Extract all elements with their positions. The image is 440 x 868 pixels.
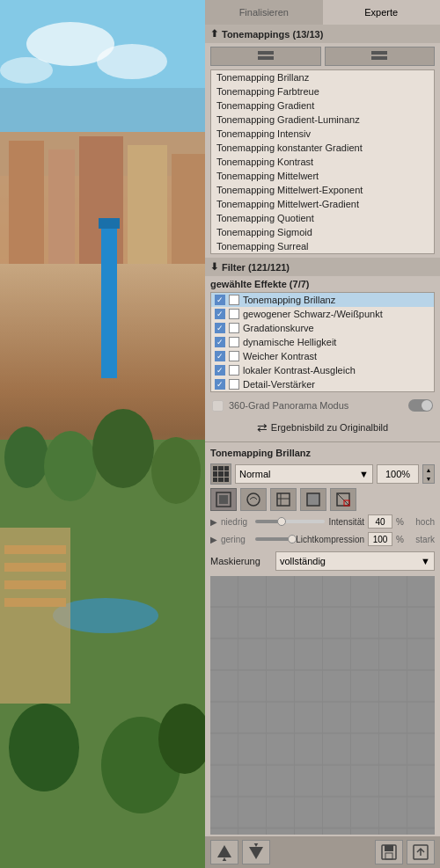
divider: [205, 441, 440, 442]
tm-btn-2[interactable]: [325, 47, 436, 66]
tool-btn-5[interactable]: [330, 488, 356, 511]
svg-marker-44: [217, 845, 231, 857]
effect-item-kontrast[interactable]: ✓ Weicher Kontrast: [211, 349, 434, 363]
tool-row: [205, 486, 440, 513]
blend-percent-spinner[interactable]: ▲ ▼: [422, 464, 435, 484]
effect-checkbox[interactable]: ✓: [215, 323, 225, 333]
effect-square: [229, 365, 239, 376]
tm-btn-1[interactable]: [210, 47, 321, 66]
effect-checkbox[interactable]: ✓: [215, 365, 225, 376]
list-item[interactable]: Tonemapping Intensiv: [211, 127, 434, 141]
filter-header[interactable]: ⬇ Filter (121/121): [205, 258, 440, 276]
tonemapping-list: Tonemapping Brillanz Tonemapping Farbtre…: [210, 69, 435, 254]
ergebnis-button[interactable]: ⇄ Ergebnisbild zu Originalbild: [250, 419, 395, 436]
tonemapping-header[interactable]: ⬆ Tonemappings (13/13): [205, 25, 440, 43]
effect-square: [229, 337, 239, 347]
maskierung-value: vollständig: [280, 556, 326, 566]
intensity-low-label: niedrig: [221, 517, 252, 527]
list-item[interactable]: Tonemapping Surreal: [211, 239, 434, 253]
effect-square: [229, 295, 239, 305]
list-item[interactable]: Tonemapping konstanter Gradient: [211, 141, 434, 155]
effect-item-schwarzweiss[interactable]: ✓ gewogener Schwarz-/Weißpunkt: [211, 307, 434, 321]
effect-item-kontrast-ausgleich[interactable]: ✓ lokaler Kontrast-Ausgleich: [211, 363, 434, 377]
effect-item-gradation[interactable]: ✓ Gradationskurve: [211, 321, 434, 335]
filter-section: ⬇ Filter (121/121): [205, 258, 440, 276]
list-item[interactable]: Tonemapping Quotient: [211, 211, 434, 225]
intensity-slider-knob[interactable]: [277, 517, 286, 526]
svg-rect-49: [385, 845, 393, 851]
effect-checkbox[interactable]: ✓: [215, 309, 225, 319]
intensity-value[interactable]: 40: [368, 514, 392, 529]
bottom-btn-1[interactable]: [210, 840, 238, 864]
lichtkompression-value[interactable]: 100: [368, 532, 392, 546]
list-item[interactable]: Tonemapping Mittelwert: [211, 169, 434, 183]
spin-up-icon[interactable]: ▲: [423, 465, 434, 474]
effects-section: gewählte Effekte (7/7) ✓ Tonemapping Bri…: [205, 276, 440, 396]
blend-percent-input[interactable]: 100%: [377, 464, 419, 484]
maskierung-row: Maskierung vollständig ▼: [205, 548, 440, 574]
effect-checkbox[interactable]: ✓: [215, 337, 225, 347]
list-item[interactable]: Tonemapping Mittelwert-Exponent: [211, 183, 434, 197]
grid-icon[interactable]: [210, 463, 231, 485]
lichtkompression-collapse-icon[interactable]: ▶: [210, 535, 217, 544]
tool-btn-3[interactable]: [270, 488, 297, 511]
svg-point-3: [97, 44, 167, 79]
svg-point-15: [44, 431, 97, 501]
intensity-slider-track[interactable]: [255, 520, 325, 523]
svg-rect-22: [4, 580, 66, 589]
canvas-area[interactable]: [210, 576, 435, 835]
effect-item-detail[interactable]: ✓ Detail-Verstärker: [211, 377, 434, 391]
panorama-row: 360-Grad Panorama Modus: [205, 396, 440, 415]
svg-marker-45: [217, 857, 231, 861]
spin-down-icon[interactable]: ▼: [423, 474, 434, 483]
panorama-label: 360-Grad Panorama Modus: [229, 400, 348, 411]
svg-rect-27: [258, 51, 274, 55]
effect-item-helligkeit[interactable]: ✓ dynamische Helligkeit: [211, 335, 434, 349]
effect-label: dynamische Helligkeit: [243, 337, 336, 347]
blend-mode-select[interactable]: Normal ▼: [235, 464, 373, 484]
lichtkompression-percent: %: [396, 535, 405, 544]
effect-checkbox[interactable]: ✓: [215, 379, 225, 390]
svg-rect-12: [99, 218, 120, 229]
effect-item-brillanz[interactable]: ✓ Tonemapping Brillanz: [211, 293, 434, 307]
svg-rect-20: [4, 545, 66, 554]
svg-rect-23: [4, 598, 66, 607]
svg-line-39: [337, 493, 349, 506]
svg-rect-7: [48, 150, 75, 264]
tab-experte[interactable]: Experte: [323, 0, 441, 25]
panorama-toggle[interactable]: [408, 399, 433, 412]
ergebnis-row: ⇄ Ergebnisbild zu Originalbild: [205, 415, 440, 440]
maskierung-select[interactable]: vollständig ▼: [275, 551, 435, 571]
panorama-checkbox[interactable]: [212, 400, 224, 412]
blend-percent-value: 100%: [385, 469, 410, 479]
tool-btn-2[interactable]: [240, 488, 267, 511]
effects-label: gewählte Effekte (7/7): [205, 276, 440, 292]
list-item[interactable]: Tonemapping Kontrast: [211, 155, 434, 169]
tool-btn-1[interactable]: [210, 488, 237, 511]
list-item[interactable]: Tonemapping Sigmoid: [211, 225, 434, 239]
tab-finalisieren[interactable]: Finalisieren: [205, 0, 323, 25]
bottom-btn-save[interactable]: [375, 840, 403, 864]
svg-point-33: [247, 493, 260, 506]
list-item[interactable]: Tonemapping Gradient: [211, 98, 434, 113]
list-item[interactable]: Tonemapping Brillanz: [211, 70, 434, 84]
lichtkompression-slider-track[interactable]: [255, 537, 292, 541]
intensity-collapse-icon[interactable]: ▶: [210, 517, 217, 527]
svg-point-24: [9, 704, 79, 791]
bottom-btn-2[interactable]: [242, 840, 270, 864]
svg-rect-30: [371, 56, 387, 60]
effect-label: gewogener Schwarz-/Weißpunkt: [243, 309, 383, 319]
tonemapping-arrow-icon: ⬆: [210, 28, 218, 40]
effects-list: ✓ Tonemapping Brillanz ✓ gewogener Schwa…: [210, 292, 435, 392]
intensity-percent: %: [396, 517, 405, 527]
lichtkompression-high-label: stark: [408, 535, 435, 544]
effect-checkbox[interactable]: ✓: [215, 295, 225, 305]
list-item[interactable]: Tonemapping Farbtreue: [211, 84, 434, 98]
effect-label: Weicher Kontrast: [243, 351, 317, 361]
blend-mode-value: Normal: [239, 469, 270, 479]
bottom-btn-export[interactable]: [407, 840, 435, 864]
list-item[interactable]: Tonemapping Mittelwert-Gradient: [211, 197, 434, 211]
tool-btn-4[interactable]: [300, 488, 326, 511]
list-item[interactable]: Tonemapping Gradient-Luminanz: [211, 113, 434, 127]
effect-checkbox[interactable]: ✓: [215, 351, 225, 361]
